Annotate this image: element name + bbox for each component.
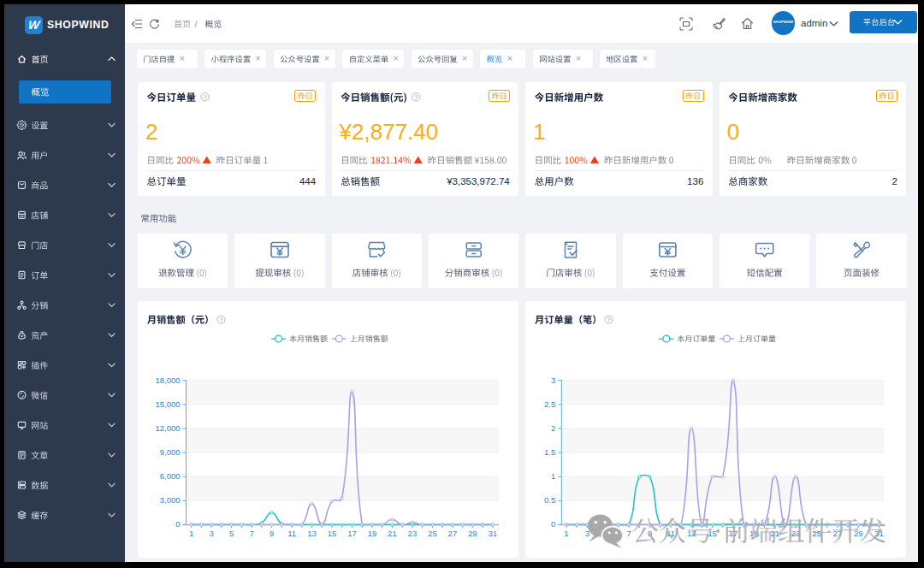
svg-text:?: ?: [414, 93, 418, 101]
svg-text:?: ?: [607, 316, 610, 323]
svg-text:?: ?: [203, 93, 206, 101]
svg-text:?: ?: [219, 316, 222, 323]
